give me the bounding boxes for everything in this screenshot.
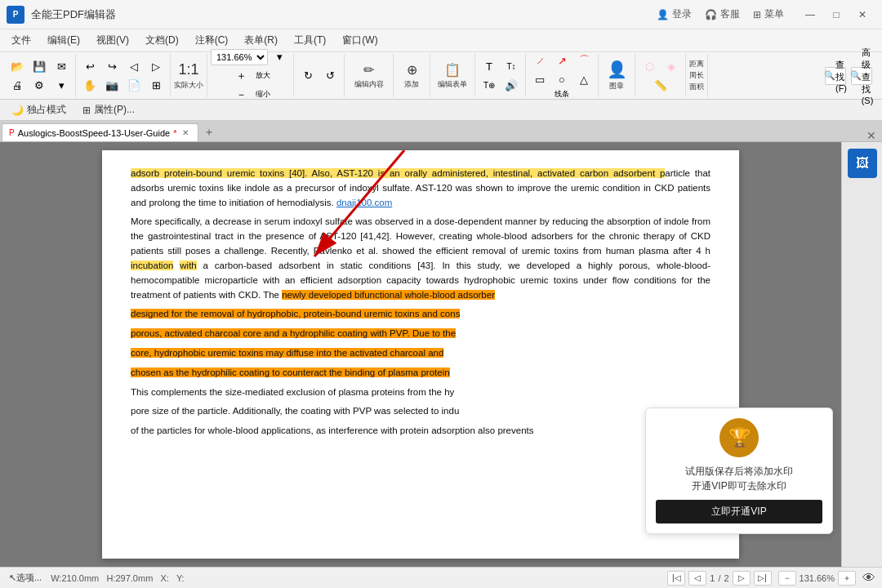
cursor-icon: ↖	[9, 572, 16, 583]
first-page-button[interactable]: |◁	[667, 571, 685, 586]
dimensions-label: W:210.0mm H:297.0mm X: Y:	[51, 573, 185, 583]
search-icon: 🔍	[824, 70, 835, 81]
toolbar-file-group: 📂 💾 ✉ 🖨 ⚙ ▾	[3, 54, 76, 97]
link-dnaji[interactable]: dnaji100.com	[336, 198, 392, 207]
menu-bar: 文件 编辑(E) 视图(V) 文档(D) 注释(C) 表单(R) 工具(T) 窗…	[0, 29, 882, 52]
properties-icon: ⊞	[82, 105, 91, 116]
close-all-tabs-button[interactable]: ✕	[866, 130, 877, 141]
service-button[interactable]: 🎧 客服	[705, 7, 740, 21]
new-tab-button[interactable]: ＋	[200, 123, 218, 141]
text-tool-1[interactable]: T	[479, 57, 500, 75]
paragraph-2: More specifically, a decrease in serum i…	[131, 215, 710, 302]
zoom-out-status-button[interactable]: －	[778, 571, 796, 586]
stamp-button[interactable]: 👤 图章	[602, 57, 631, 95]
extract-button[interactable]: 📄	[123, 76, 145, 94]
zoom-select[interactable]: 131.66%	[211, 49, 268, 65]
polyline-tool[interactable]: ⌒	[573, 51, 595, 69]
advanced-search-button[interactable]: 🔍 高级查找(S)	[851, 67, 872, 85]
next-page-button[interactable]: ▷	[145, 57, 167, 75]
find-button[interactable]: 🔍 查找(F)	[825, 67, 846, 85]
menu-button[interactable]: ⊞ 菜单	[753, 7, 784, 21]
title-bar: P 全能王PDF编辑器 👤 登录 🎧 客服 ⊞ 菜单 — □ ✕	[0, 0, 882, 29]
zoom-in-status-button[interactable]: ＋	[838, 571, 856, 586]
highlight-incubation: incubation	[131, 261, 173, 270]
speaker-icon[interactable]: 🔊	[501, 76, 522, 94]
last-page-button[interactable]: ▷|	[754, 571, 772, 586]
highlight-orange-1: newly developed bifunctional whole-blood…	[282, 290, 495, 300]
print-button[interactable]: 🖨	[7, 76, 28, 94]
thumbnail-panel-button[interactable]: 🖼	[848, 149, 877, 178]
line-label: 线条	[551, 89, 572, 100]
menu-view[interactable]: 视图(V)	[88, 31, 137, 50]
zoom-in-button[interactable]: ＋	[231, 67, 252, 85]
distance-label: 距离	[689, 59, 704, 69]
watermark-icon: 👁	[862, 571, 875, 586]
more-button[interactable]: ▾	[51, 76, 72, 94]
tab-close-button[interactable]: ✕	[180, 127, 191, 139]
vip-upgrade-button[interactable]: 立即开通VIP	[656, 500, 822, 523]
toolbar: 📂 💾 ✉ 🖨 ⚙ ▾ ↩ ↪ ◁ ▷ ✋ 📷 📄 ⊞ 1:1 实际大小	[0, 52, 882, 100]
adjust-button[interactable]: ⊞	[145, 76, 167, 94]
rect-tool[interactable]: ▭	[529, 70, 550, 88]
snapshot-button[interactable]: 📷	[101, 76, 122, 94]
document-tab[interactable]: P Auslogics-BoostSpeed-13-User-Guide * ✕	[2, 123, 198, 141]
menu-document[interactable]: 文档(D)	[137, 31, 187, 50]
distance-button[interactable]: 📏	[650, 76, 671, 94]
close-button[interactable]: ✕	[849, 5, 875, 24]
text-tool-3[interactable]: T⊕	[479, 76, 500, 94]
redact-tool-2[interactable]: ◈	[661, 57, 682, 75]
arrow-tool[interactable]: ↗	[551, 51, 572, 69]
toolbar-zoom-controls: 131.66% ▾ ＋ 放大 － 缩小	[207, 54, 294, 97]
page-current: 1	[710, 573, 715, 583]
redo-button[interactable]: ↪	[101, 57, 122, 75]
app-title: 全能王PDF编辑器	[31, 7, 657, 22]
window-controls: — □ ✕	[797, 5, 875, 24]
settings-button[interactable]: ⚙	[29, 76, 50, 94]
triangle-tool[interactable]: △	[573, 70, 595, 88]
menu-edit[interactable]: 编辑(E)	[39, 31, 88, 50]
rotate-cw-button[interactable]: ↻	[297, 67, 318, 85]
hand-tool-button[interactable]: ✋	[79, 76, 100, 94]
text-tool-2[interactable]: T↕	[501, 57, 522, 75]
save-button[interactable]: 💾	[29, 57, 50, 75]
circle-tool[interactable]: ○	[551, 70, 572, 88]
menu-window[interactable]: 窗口(W)	[334, 31, 385, 50]
solo-mode-button[interactable]: 🌙 独占模式	[7, 101, 71, 118]
next-page-status-button[interactable]: ▷	[733, 571, 751, 586]
menu-tools[interactable]: 工具(T)	[286, 31, 334, 50]
tab-modified-indicator: *	[173, 128, 176, 138]
email-button[interactable]: ✉	[51, 57, 72, 75]
thumbnail-icon: 🖼	[856, 156, 869, 171]
highlight-with: with	[180, 261, 196, 270]
edit-form-button[interactable]: 📋 编辑表单	[438, 57, 467, 95]
zoom-dropdown-button[interactable]: ▾	[269, 48, 290, 66]
highlight-orange-2: designed for the removal of hydrophobic,…	[131, 309, 460, 318]
minimize-button[interactable]: —	[797, 5, 823, 24]
paragraph-3: designed for the removal of hydrophobic,…	[131, 307, 710, 322]
redact-tool-1[interactable]: ⬡	[639, 57, 660, 75]
menu-file[interactable]: 文件	[3, 31, 39, 50]
paragraph-6: chosen as the hydrophilic coating to cou…	[131, 366, 710, 381]
rotate-ccw-button[interactable]: ↺	[319, 67, 341, 85]
highlight-orange-4: core, hydrophobic uremic toxins may diff…	[131, 348, 443, 358]
undo-button[interactable]: ↩	[79, 57, 100, 75]
paragraph-1: adsorb protein-bound uremic toxins [40].…	[131, 167, 710, 210]
actual-size-button[interactable]: 1:1 实际大小	[174, 57, 203, 95]
edit-content-button[interactable]: ✏ 编辑内容	[354, 57, 384, 95]
login-button[interactable]: 👤 登录	[657, 7, 692, 21]
paragraph-8: pore size of the particle. Additionally,…	[131, 404, 710, 419]
prev-page-button[interactable]: ◁	[123, 57, 145, 75]
perimeter-label: 周长	[689, 70, 704, 81]
prev-page-status-button[interactable]: ◁	[688, 571, 706, 586]
select-options-button[interactable]: ↖ 选项...	[7, 568, 44, 589]
zoom-out-button[interactable]: －	[231, 86, 252, 104]
zoom-status-controls: － 131.66% ＋	[778, 571, 856, 586]
open-folder-button[interactable]: 📂	[7, 57, 28, 75]
headphone-icon: 🎧	[705, 9, 717, 20]
properties-button[interactable]: ⊞ 属性(P)...	[78, 101, 140, 118]
line-tool[interactable]: ⟋	[529, 51, 550, 69]
add-button[interactable]: ⊕ 添加	[397, 57, 426, 95]
maximize-button[interactable]: □	[823, 5, 849, 24]
zoom-in-label: 放大	[256, 70, 270, 81]
highlight-orange-3: porous, activated charcoal core and a hy…	[131, 328, 456, 338]
